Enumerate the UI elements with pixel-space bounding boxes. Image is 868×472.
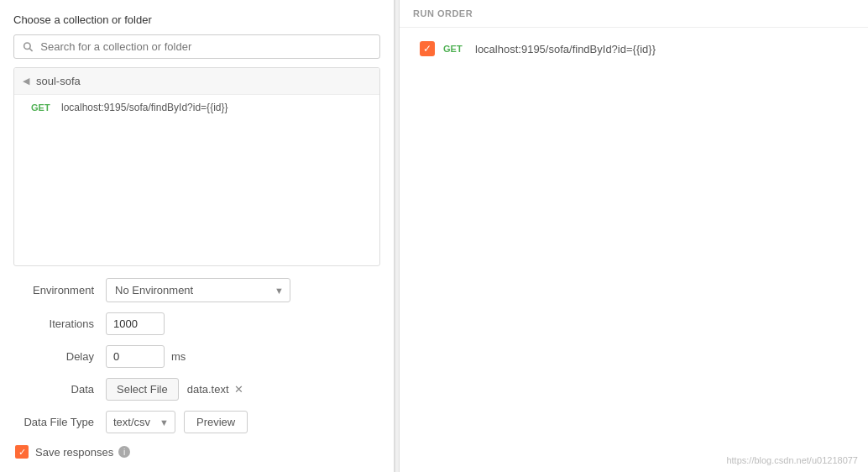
run-order-header: RUN ORDER (400, 0, 868, 28)
preview-button[interactable]: Preview (184, 411, 248, 433)
run-order-list: ✓ GET localhost:9195/sofa/findById?id={{… (400, 28, 868, 472)
save-responses-checkbox[interactable]: ✓ (15, 445, 29, 459)
data-file-type-label: Data File Type (13, 416, 106, 428)
iterations-row: Iterations (13, 312, 380, 335)
file-type-select[interactable]: text/csv (106, 411, 175, 433)
request-url: localhost:9195/sofa/findById?id={{id}} (61, 102, 228, 113)
close-data-icon[interactable]: ✕ (234, 383, 243, 396)
environment-row: Environment No Environment ▼ (13, 278, 380, 302)
svg-point-0 (24, 43, 30, 49)
right-panel: RUN ORDER ✓ GET localhost:9195/sofa/find… (400, 0, 868, 472)
choose-label: Choose a collection or folder (13, 13, 380, 26)
run-item-method: GET (443, 44, 467, 54)
request-item[interactable]: GET localhost:9195/sofa/findById?id={{id… (14, 95, 379, 120)
save-responses-row: ✓ Save responses i (13, 445, 380, 459)
svg-line-1 (29, 48, 32, 50)
collection-area: ◀ soul-sofa GET localhost:9195/sofa/find… (13, 67, 380, 266)
run-item-url: localhost:9195/sofa/findById?id={{id}} (475, 43, 656, 55)
delay-label: Delay (13, 350, 106, 363)
request-method: GET (31, 102, 55, 113)
environment-select[interactable]: No Environment (106, 278, 290, 302)
delay-input[interactable] (106, 345, 165, 368)
checkmark-icon: ✓ (18, 448, 26, 457)
delay-row: Delay ms (13, 345, 380, 368)
iterations-label: Iterations (13, 317, 106, 330)
data-file-type-row: Data File Type text/csv ▼ Preview (13, 411, 380, 433)
run-item: ✓ GET localhost:9195/sofa/findById?id={{… (413, 36, 855, 61)
iterations-input[interactable] (106, 312, 165, 335)
data-filename: data.text (187, 383, 229, 396)
collection-name: soul-sofa (36, 75, 81, 87)
search-box (13, 34, 380, 59)
form-section: Environment No Environment ▼ Iterations … (13, 278, 380, 459)
save-responses-label: Save responses (35, 446, 113, 459)
select-file-button[interactable]: Select File (106, 378, 179, 401)
left-panel: Choose a collection or folder ◀ soul-sof… (0, 0, 395, 472)
environment-select-wrapper: No Environment ▼ (106, 278, 290, 302)
collection-arrow: ◀ (23, 76, 29, 87)
search-input[interactable] (40, 40, 371, 53)
delay-unit: ms (171, 350, 186, 363)
file-type-select-wrapper: text/csv ▼ (106, 411, 175, 433)
environment-label: Environment (13, 284, 106, 296)
data-row: Data Select File data.text ✕ (13, 378, 380, 401)
watermark: https://blog.csdn.net/u01218077 (726, 455, 858, 465)
collection-item[interactable]: ◀ soul-sofa (14, 68, 379, 95)
run-checkmark-icon: ✓ (423, 43, 431, 55)
run-item-checkbox[interactable]: ✓ (420, 41, 435, 56)
data-label: Data (13, 383, 106, 396)
info-icon[interactable]: i (118, 446, 130, 458)
search-icon (23, 41, 34, 53)
